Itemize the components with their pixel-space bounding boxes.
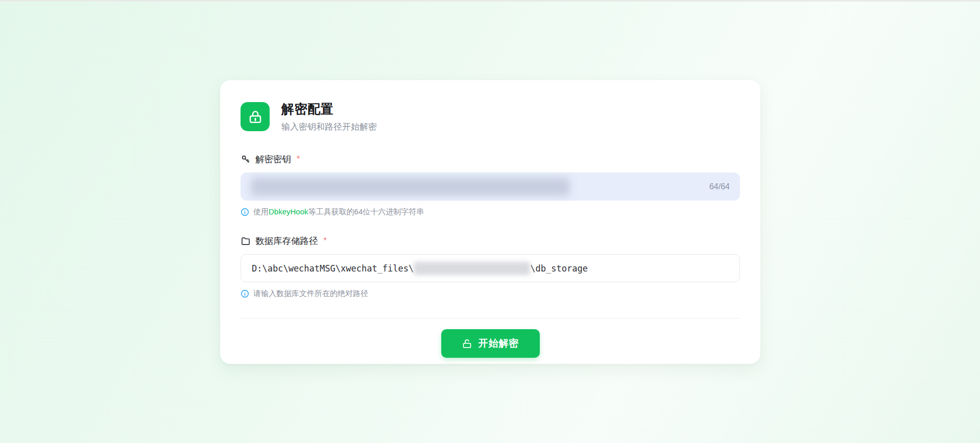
folder-icon [241, 236, 251, 246]
key-field-label: 解密密钥 [255, 153, 291, 165]
top-edge-strip [0, 0, 980, 2]
decrypt-key-input[interactable]: 64/64 [241, 173, 740, 201]
required-marker: * [297, 155, 300, 164]
info-icon [241, 289, 249, 298]
key-hint-text: 使用DbkeyHook等工具获取的64位十六进制字符串 [253, 207, 424, 217]
path-hint-text: 请输入数据库文件所在的绝对路径 [253, 289, 368, 299]
header-text: 解密配置 输入密钥和路径开始解密 [281, 101, 377, 133]
path-value-suffix: \db_storage [530, 263, 588, 274]
path-field-block: 数据库存储路径 * D:\abc\wechatMSG\xwechat_files… [241, 235, 740, 299]
key-hint-suffix: 等工具获取的64位十六进制字符串 [308, 207, 424, 216]
required-marker: * [324, 236, 327, 245]
key-hint-row: 使用DbkeyHook等工具获取的64位十六进制字符串 [241, 207, 740, 217]
path-hint-row: 请输入数据库文件所在的绝对路径 [241, 289, 740, 299]
info-icon [241, 208, 249, 216]
button-row: 开始解密 [241, 329, 740, 358]
lock-icon [241, 102, 270, 131]
unlock-icon [462, 338, 472, 349]
key-hint-prefix: 使用 [253, 207, 269, 216]
path-value-prefix: D:\abc\wechatMSG\xwechat_files\ [252, 263, 414, 274]
redacted-key-value [251, 178, 570, 196]
card-header: 解密配置 输入密钥和路径开始解密 [241, 101, 740, 133]
key-field-label-row: 解密密钥 * [241, 153, 740, 165]
redacted-path-segment [414, 262, 530, 275]
decrypt-config-card: 解密配置 输入密钥和路径开始解密 解密密钥 * 64/64 使用Dbk [220, 80, 760, 364]
start-decrypt-button[interactable]: 开始解密 [441, 329, 540, 358]
dbkeyhook-link[interactable]: DbkeyHook [269, 207, 308, 216]
db-path-input[interactable]: D:\abc\wechatMSG\xwechat_files\\db_stora… [241, 254, 740, 282]
divider [241, 318, 740, 318]
key-length-counter: 64/64 [709, 182, 730, 191]
page-title: 解密配置 [281, 101, 377, 117]
page-subtitle: 输入密钥和路径开始解密 [281, 121, 377, 133]
path-field-label: 数据库存储路径 [255, 235, 318, 247]
key-icon [241, 154, 251, 164]
start-decrypt-label: 开始解密 [479, 337, 519, 350]
path-field-label-row: 数据库存储路径 * [241, 235, 740, 247]
key-field-block: 解密密钥 * 64/64 使用DbkeyHook等工具获取的64位十六进制字符串 [241, 153, 740, 217]
